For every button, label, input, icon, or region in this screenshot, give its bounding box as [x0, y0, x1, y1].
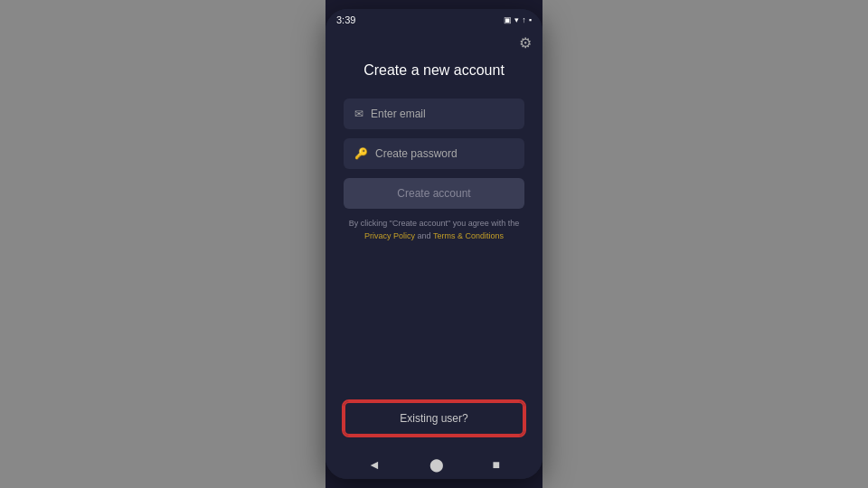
existing-user-area: Existing user?	[326, 401, 542, 450]
password-field-container[interactable]: 🔑	[344, 138, 524, 169]
right-panel	[542, 0, 868, 488]
password-input[interactable]	[375, 147, 514, 160]
email-input[interactable]	[371, 108, 514, 120]
status-bar: 3:39 ▣ ▾ ↑ ▪	[326, 9, 542, 31]
privacy-policy-link[interactable]: Privacy Policy	[364, 231, 415, 240]
wifi-icon: ▾	[514, 15, 519, 24]
phone-frame: 3:39 ▣ ▾ ↑ ▪ ⚙ Create a new account ✉ 🔑 …	[326, 9, 542, 479]
home-button[interactable]: ⬤	[429, 457, 444, 472]
notification-icon: ▣	[504, 15, 512, 24]
settings-area: ⚙	[326, 31, 542, 52]
battery-icon: ▪	[529, 15, 532, 24]
terms-text: By clicking "Create account" you agree w…	[344, 218, 524, 242]
terms-conditions-link[interactable]: Terms & Conditions	[433, 231, 504, 240]
recent-button[interactable]: ■	[493, 457, 500, 472]
create-account-button[interactable]: Create account	[344, 178, 524, 209]
status-icons: ▣ ▾ ↑ ▪	[504, 15, 532, 24]
spacer	[326, 242, 542, 401]
email-field-container[interactable]: ✉	[344, 99, 524, 129]
signal-icon: ↑	[522, 15, 526, 24]
terms-prefix: By clicking "Create account" you agree w…	[349, 219, 520, 228]
back-button[interactable]: ◄	[368, 457, 381, 472]
terms-middle: and	[418, 231, 433, 240]
nav-bar: ◄ ⬤ ■	[326, 450, 542, 479]
left-panel	[0, 0, 326, 488]
status-time: 3:39	[336, 14, 355, 25]
main-content: Create a new account ✉ 🔑 Create account …	[326, 52, 542, 242]
email-icon: ✉	[354, 108, 363, 120]
gear-icon[interactable]: ⚙	[519, 34, 532, 52]
password-icon: 🔑	[354, 147, 368, 160]
existing-user-button[interactable]: Existing user?	[344, 401, 524, 436]
page-title: Create a new account	[363, 61, 505, 80]
